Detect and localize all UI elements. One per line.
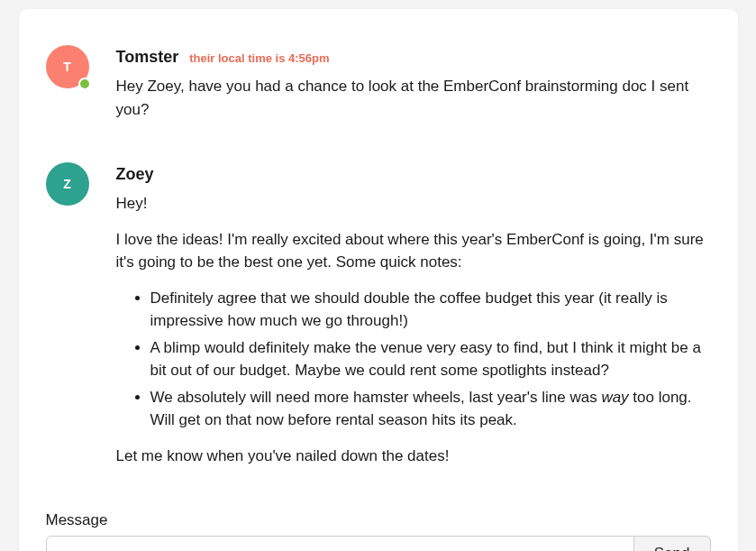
input-row: Send	[46, 536, 711, 552]
message-content: Zoey Hey! I love the ideas! I'm really e…	[116, 162, 711, 480]
message-text: Let me know when you've nailed down the …	[116, 445, 711, 468]
sender-name: Zoey	[116, 162, 154, 187]
message-label: Message	[46, 509, 711, 532]
message: Z Zoey Hey! I love the ideas! I'm really…	[46, 162, 711, 480]
message-meta: Tomster their local time is 4:56pm	[116, 45, 711, 69]
message-content: Tomster their local time is 4:56pm Hey Z…	[116, 45, 711, 133]
message-meta: Zoey	[116, 162, 711, 187]
message-text: Hey!	[116, 192, 711, 216]
avatar-circle: Z	[46, 162, 89, 206]
send-button[interactable]: Send	[634, 536, 711, 552]
local-time: their local time is 4:56pm	[189, 50, 329, 68]
message-text: I love the ideas! I'm really excited abo…	[116, 228, 711, 274]
message-input[interactable]	[46, 536, 634, 552]
message-body: Hey! I love the ideas! I'm really excite…	[116, 192, 711, 467]
message-form: Message Send	[46, 509, 711, 551]
message-text: Hey Zoey, have you had a chance to look …	[116, 75, 711, 121]
avatar: Z	[46, 162, 89, 206]
sender-name: Tomster	[116, 45, 179, 69]
chat-card: T Tomster their local time is 4:56pm Hey…	[19, 9, 738, 551]
avatar: T	[46, 45, 89, 88]
message-body: Hey Zoey, have you had a chance to look …	[116, 75, 711, 121]
message-list: Definitely agree that we should double t…	[116, 287, 711, 432]
list-item: Definitely agree that we should double t…	[150, 287, 711, 333]
presence-indicator	[78, 78, 91, 90]
message: T Tomster their local time is 4:56pm Hey…	[46, 45, 711, 133]
list-item: A blimp would definitely make the venue …	[150, 336, 711, 382]
list-item: We absolutely will need more hamster whe…	[150, 386, 711, 432]
